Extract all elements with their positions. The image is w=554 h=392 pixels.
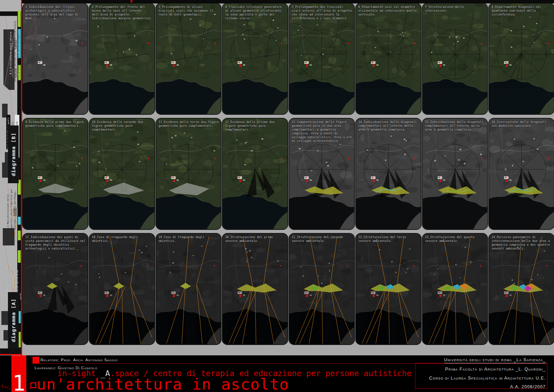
diagram-panel-21: 21_Strutturazione del secondo sensore am… — [289, 234, 354, 344]
tav-number-bar: 1 — [11, 355, 26, 392]
satellite-image — [23, 119, 88, 229]
diagram-panel-3: 3_Prolungamento di alcuni tracciati viar… — [156, 3, 221, 114]
university-line-3: Corso di Laurea Specialistica in Archite… — [429, 376, 546, 381]
diagram-panel-5: 5_Prolungamento dei tracciati viari este… — [289, 3, 354, 114]
diagram-panel-16: 16_Intersezione delle diagonali con moda… — [489, 119, 554, 229]
satellite-image — [156, 234, 221, 344]
tav-square-icon — [30, 382, 36, 388]
panel-caption: 19_Fase di traguardo degli obiettivi. — [159, 235, 219, 243]
university-line-4: A.A. 2006/2007 — [510, 384, 546, 389]
satellite-image — [356, 119, 421, 229]
sidebar-diagramma-a: diagramma [A] — [8, 292, 19, 348]
diagram-panel-12: 12_Evidenza delle ultime due figure geom… — [223, 119, 288, 229]
panel-caption: 4_Tracciato circolare generatore di alcu… — [225, 5, 286, 20]
sidebar-label-b2-body: sonoro che moltiplica le possibilità vis… — [13, 15, 19, 82]
satellite-image — [423, 234, 488, 344]
satellite-image — [356, 234, 421, 344]
diagram-panel-17: 17_Individuazione dei punti di vista pan… — [23, 234, 88, 344]
diagram-panel-9: 9_Evidenza delle prime due figure geomet… — [23, 119, 88, 229]
satellite-image — [223, 119, 288, 229]
satellite-image — [489, 119, 554, 229]
diagram-panel-4: 4_Tracciato circolare generatore di alcu… — [223, 3, 288, 114]
red-divider-line — [21, 0, 22, 356]
red-tick-marker — [131, 0, 132, 2]
red-square-icon — [32, 357, 39, 364]
satellite-image — [90, 234, 154, 344]
panel-caption: 21_Strutturazione del secondo sensore am… — [292, 235, 353, 243]
diagram-panel-7: 7_Strutturazione delle intersezioni. — [423, 3, 488, 114]
satellite-image — [289, 234, 354, 344]
panel-caption: 18_Fase di traguardo degli obiettivi. — [92, 235, 153, 243]
diagram-panel-15: 15_Individuazione delle diagonali comple… — [423, 119, 488, 229]
panel-caption: 17_Individuazione dei punti di vista pan… — [25, 235, 86, 251]
satellite-image — [356, 3, 421, 114]
diagram-panel-2: 2_Prolungamento del fronte del museo del… — [90, 3, 154, 114]
panel-caption: 22_Strutturazione del terzo sensore ambi… — [358, 235, 419, 243]
top-black-strip — [22, 0, 554, 3]
panel-caption: 16_Intersezione delle diagonali con moda… — [491, 120, 552, 128]
panel-caption: 24_Percorso panoramico di interconnessio… — [491, 235, 552, 251]
diagram-panel-10: 10_Evidenza delle seconde due figure geo… — [90, 119, 154, 229]
diagram-panel-6: 6_Ribaltamento assi sul diametro orizzon… — [356, 3, 421, 114]
panel-caption: 12_Evidenza delle ultime due figure geom… — [225, 120, 286, 132]
satellite-image — [223, 234, 288, 344]
diagram-panel-11: 11_Evidenza delle terze due figure geome… — [156, 119, 221, 229]
satellite-image — [90, 119, 154, 229]
sidebar-diagram-column: B.2_Architettura quale sensore sonoro ch… — [0, 0, 22, 355]
diagram-panel-8: 8_Ribaltamento diagonali nel quadrante s… — [489, 3, 554, 114]
panel-caption: 10_Evidenza delle seconde due figure geo… — [92, 120, 153, 132]
sidebar-diagramma-b: diagramma [B] — [8, 125, 19, 183]
diagram-panel-1: 1_Individuazione dei rilievi archeologic… — [23, 3, 88, 114]
satellite-image — [423, 119, 488, 229]
tav-number: 1 — [11, 373, 26, 392]
tav-label: Tav_ — [1, 384, 11, 389]
panel-caption: 7_Strutturazione delle intersezioni. — [425, 5, 486, 13]
sidebar-label-b2-head: B.2_Architettura quale sensore — [9, 29, 13, 74]
university-line-1: Università degli studi di roma _La Sapie… — [444, 357, 546, 363]
satellite-image — [489, 3, 554, 114]
university-line-2: Prima Facoltà di Architettura _L. Quaron… — [445, 367, 546, 372]
diagram-panel-20: 20_Strutturazione del primo sensore ambi… — [223, 234, 288, 344]
panel-caption: 6_Ribaltamento assi sul diametro orizzon… — [358, 5, 419, 17]
panel-caption: 3_Prolungamento di alcuni tracciati viar… — [159, 5, 219, 17]
sidebar-label-a2: A.2_Massimizzazione delle superfici util… — [6, 187, 16, 230]
satellite-image — [156, 119, 221, 229]
diagram-panel-22: 22_Strutturazione del terzo sensore ambi… — [356, 234, 421, 344]
panel-caption: 15_Individuazione delle diagonali comple… — [425, 120, 486, 132]
board-title: un'architettura in ascolto — [37, 375, 289, 392]
relatore-credit: Relatore: Prof. Arch. Antonino Saggio — [40, 358, 118, 362]
presentation-board: B.2_Architettura quale sensore sonoro ch… — [0, 0, 554, 392]
panel-caption: 5_Prolungamento dei tracciati viari este… — [292, 5, 353, 20]
panel-caption: 13_Compenetrazione delle figure geometri… — [292, 120, 353, 143]
panel-caption: 2_Prolungamento del fronte del museo del… — [92, 5, 153, 20]
panel-caption: 9_Evidenza delle prime due figure geomet… — [25, 120, 86, 128]
panel-caption: 1_Individuazione dei rilievi archeologic… — [25, 5, 86, 20]
footer-titleblock: Tav_ 1 . Relatore: Prof. Arch. Antonino … — [0, 355, 554, 392]
diagram-panel-23: 23_Strutturazione del quarto sensore amb… — [423, 234, 488, 344]
panel-caption: 8_Ribaltamento diagonali nel quadrante s… — [491, 5, 552, 17]
diagram-panel-13: 13_Compenetrazione delle figure geometri… — [289, 119, 354, 229]
diagram-panel-24: 24_Percorso panoramico di interconnessio… — [489, 234, 554, 344]
diagram-panel-14: 14_Individuazione delle diagonali comple… — [356, 119, 421, 229]
satellite-image — [156, 3, 221, 114]
satellite-image — [423, 3, 488, 114]
panel-caption: 14_Individuazione delle diagonali comple… — [358, 120, 419, 132]
panel-caption: 23_Strutturazione del quarto sensore amb… — [425, 235, 486, 243]
panel-caption: 20_Strutturazione del primo sensore ambi… — [225, 235, 286, 243]
diagram-panel-grid: 1_Individuazione dei rilievi archeologic… — [23, 3, 554, 344]
diagram-panel-19: 19_Fase di traguardo degli obiettivi. — [156, 234, 221, 344]
panel-caption: 11_Evidenza delle terze due figure geome… — [159, 120, 219, 128]
diagram-panel-18: 18_Fase di traguardo degli obiettivi. — [90, 234, 154, 344]
